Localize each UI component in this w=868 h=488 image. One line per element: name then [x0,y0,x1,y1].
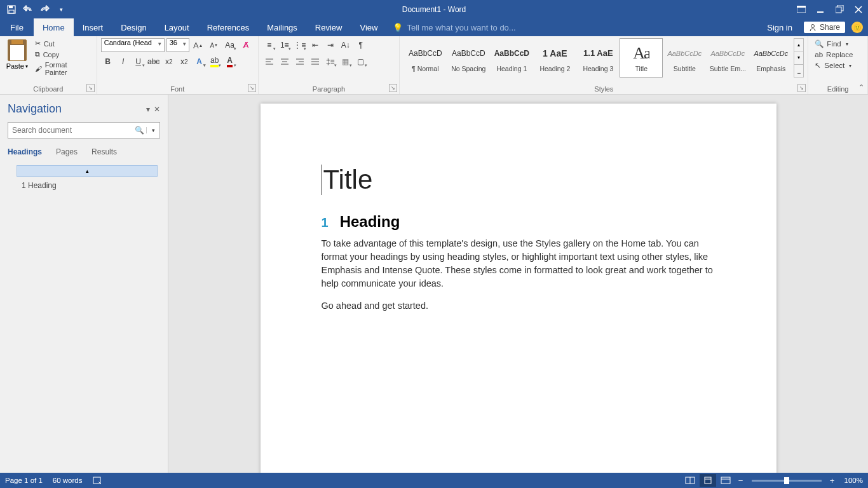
paste-button[interactable]: Paste▾ [4,38,31,83]
shading-icon[interactable]: ▦▾ [339,55,353,69]
styles-more-button[interactable]: ▴▾⎯ [794,38,804,78]
shrink-font-icon[interactable]: A▼ [207,38,221,52]
numbering-icon[interactable]: 1≡▾ [278,38,292,52]
style--normal[interactable]: AaBbCcD¶ Normal [403,38,447,78]
print-layout-icon[interactable] [700,474,716,487]
line-spacing-icon[interactable]: ‡≡▾ [323,55,337,69]
tab-view[interactable]: View [351,18,386,36]
highlight-icon[interactable]: ab▾ [208,55,222,69]
bullets-icon[interactable]: ≡▾ [262,38,276,52]
style-heading-3[interactable]: 1.1 AaEHeading 3 [576,38,620,78]
decrease-indent-icon[interactable]: ⇤ [308,38,322,52]
heading-text: Heading [340,213,400,231]
select-button[interactable]: ↖Select▾ [812,60,855,71]
nav-tab-headings[interactable]: Headings [8,147,42,159]
italic-button[interactable]: I [116,55,130,69]
tab-insert[interactable]: Insert [74,18,112,36]
search-dropdown-icon[interactable]: ▾ [146,127,160,133]
paragraph-launcher-icon[interactable]: ↘ [389,84,397,92]
increase-indent-icon[interactable]: ⇥ [323,38,337,52]
doc-paragraph[interactable]: To take advantage of this template's des… [322,237,715,290]
qat-customize-icon[interactable]: ▾ [53,2,69,17]
align-center-icon[interactable] [278,55,292,69]
sort-icon[interactable]: A↓ [339,38,353,52]
proofing-icon[interactable] [93,476,103,485]
font-size-select[interactable]: 36 [166,38,189,52]
tab-file[interactable]: File [0,18,34,36]
justify-icon[interactable] [308,55,322,69]
tab-layout[interactable]: Layout [156,18,198,36]
font-color-icon[interactable]: A▾ [223,55,237,69]
collapse-ribbon-icon[interactable]: ⌃ [858,83,864,92]
page-indicator[interactable]: Page 1 of 1 [5,477,43,484]
share-button[interactable]: Share [804,22,845,33]
style-heading-1[interactable]: AaBbCcDHeading 1 [490,38,533,78]
grow-font-icon[interactable]: A▲ [191,38,205,52]
underline-button[interactable]: U▾ [132,55,146,69]
subscript-button[interactable]: x2 [162,55,176,69]
zoom-level[interactable]: 100% [844,477,863,484]
align-left-icon[interactable] [262,55,276,69]
multilevel-list-icon[interactable]: ⋮≡▾ [293,38,307,52]
read-mode-icon[interactable] [682,474,698,487]
undo-icon[interactable] [20,2,36,17]
sign-in-link[interactable]: Sign in [759,23,800,32]
tab-home[interactable]: Home [34,18,74,36]
close-icon[interactable] [849,0,868,18]
restore-icon[interactable] [830,0,849,18]
svg-rect-7 [836,7,841,13]
document-area[interactable]: Title 1 Heading To take advantage of thi… [168,95,868,473]
font-name-select[interactable]: Candara (Head [101,38,165,52]
replace-button[interactable]: abReplace [812,50,855,60]
text-effects-icon[interactable]: A▾ [193,55,207,69]
style-subtle-em-[interactable]: AaBbCcDcSubtle Em... [706,38,749,78]
nav-heading-item[interactable]: 1 Heading [8,179,160,193]
doc-heading[interactable]: 1 Heading [322,213,715,231]
nav-tab-results[interactable]: Results [92,147,117,159]
svg-rect-2 [9,10,14,13]
tab-review[interactable]: Review [306,18,351,36]
tab-references[interactable]: References [198,18,258,36]
feedback-smiley-icon[interactable]: 🙂 [851,22,863,33]
nav-close-icon[interactable]: ✕ [154,105,160,114]
tab-mailings[interactable]: Mailings [258,18,306,36]
strikethrough-button[interactable]: abc [147,55,161,69]
align-right-icon[interactable] [293,55,307,69]
doc-paragraph[interactable]: Go ahead and get started. [322,299,715,313]
search-icon[interactable]: 🔍 [132,126,146,135]
save-icon[interactable] [4,2,19,17]
style-subtitle[interactable]: AaBbCcDcSubtitle [663,38,706,78]
minimize-icon[interactable] [811,0,830,18]
zoom-slider[interactable] [752,480,822,482]
tell-me-search[interactable]: 💡 Tell me what you want to do... [386,18,515,36]
format-painter-button[interactable]: 🖌Format Painter [33,60,93,78]
bold-button[interactable]: B [101,55,115,69]
ribbon-display-icon[interactable] [792,0,811,18]
change-case-icon[interactable]: Aa▾ [223,38,237,52]
find-button[interactable]: 🔍Find▾ [812,38,855,50]
style-emphasis[interactable]: AaBbCcDcEmphasis [749,38,792,78]
font-launcher-icon[interactable]: ↘ [248,84,256,92]
cut-button[interactable]: ✂Cut [33,38,93,49]
copy-button[interactable]: ⧉Copy [33,49,93,60]
word-count[interactable]: 60 words [53,477,83,484]
nav-dropdown-icon[interactable]: ▾ [146,105,150,114]
show-marks-icon[interactable]: ¶ [354,38,368,52]
page[interactable]: Title 1 Heading To take advantage of thi… [261,104,776,473]
style-heading-2[interactable]: 1 AaEHeading 2 [533,38,576,78]
clipboard-launcher-icon[interactable]: ↘ [86,84,95,92]
tab-design[interactable]: Design [112,18,155,36]
doc-title[interactable]: Title [322,165,715,195]
clear-formatting-icon[interactable]: A̸ [239,38,253,52]
nav-tab-pages[interactable]: Pages [56,147,78,159]
style-no-spacing[interactable]: AaBbCcDNo Spacing [447,38,490,78]
nav-collapse-bar[interactable]: ▴ [17,165,158,177]
styles-launcher-icon[interactable]: ↘ [797,84,806,92]
style-title[interactable]: AaTitle [620,38,663,78]
borders-icon[interactable]: ▢▾ [354,55,368,69]
zoom-out-button[interactable]: − [735,476,747,485]
zoom-in-button[interactable]: + [827,476,838,485]
web-layout-icon[interactable] [717,474,734,487]
redo-icon[interactable] [37,2,52,17]
superscript-button[interactable]: x2 [177,55,191,69]
